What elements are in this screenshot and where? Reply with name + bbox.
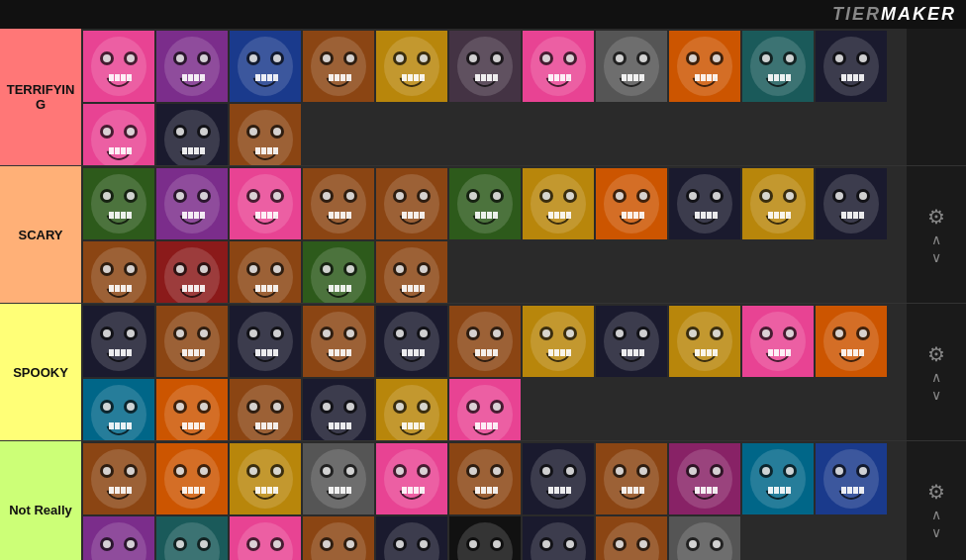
tier-controls-terrifying bbox=[907, 29, 966, 165]
animatronic-item[interactable] bbox=[156, 104, 228, 165]
tier-items-spooky bbox=[81, 304, 907, 440]
animatronic-item[interactable] bbox=[449, 443, 521, 514]
animatronic-item[interactable] bbox=[816, 443, 887, 514]
animatronic-item[interactable] bbox=[669, 443, 740, 514]
tier-row-scary: SCARY⚙∧∨ bbox=[0, 166, 966, 304]
tier-maker-app: TIERMAKER TERRIFYINGSCARY⚙∧∨SPOOKY⚙∧∨Not… bbox=[0, 0, 966, 560]
animatronic-item[interactable] bbox=[376, 516, 447, 560]
animatronic-item[interactable] bbox=[303, 443, 374, 514]
animatronic-item[interactable] bbox=[376, 306, 447, 377]
animatronic-item[interactable] bbox=[669, 306, 740, 377]
animatronic-item[interactable] bbox=[376, 241, 447, 303]
animatronic-item[interactable] bbox=[449, 168, 521, 239]
animatronic-item[interactable] bbox=[83, 168, 154, 239]
move-tier-down-button[interactable]: ∨ bbox=[931, 250, 941, 264]
animatronic-item[interactable] bbox=[376, 443, 447, 514]
tier-items-scary bbox=[81, 166, 907, 303]
tier-label-terrifying: TERRIFYING bbox=[0, 29, 81, 165]
animatronic-item[interactable] bbox=[303, 31, 374, 102]
tier-label-scary: SCARY bbox=[0, 166, 81, 303]
animatronic-item[interactable] bbox=[230, 516, 301, 560]
logo-text: TIER bbox=[832, 4, 881, 24]
animatronic-item[interactable] bbox=[230, 104, 301, 165]
animatronic-item[interactable] bbox=[742, 443, 814, 514]
animatronic-item[interactable] bbox=[83, 241, 154, 303]
animatronic-item[interactable] bbox=[230, 443, 301, 514]
site-logo: TIERMAKER bbox=[832, 4, 956, 25]
animatronic-item[interactable] bbox=[156, 306, 228, 377]
animatronic-item[interactable] bbox=[303, 379, 374, 440]
animatronic-item[interactable] bbox=[742, 306, 814, 377]
animatronic-item[interactable] bbox=[303, 516, 374, 560]
animatronic-item[interactable] bbox=[596, 443, 667, 514]
tier-row-spooky: SPOOKY⚙∧∨ bbox=[0, 304, 966, 441]
tier-controls-not-really: ⚙∧∨ bbox=[907, 441, 966, 560]
animatronic-item[interactable] bbox=[742, 31, 814, 102]
header: TIERMAKER bbox=[0, 0, 966, 29]
animatronic-item[interactable] bbox=[596, 31, 667, 102]
animatronic-item[interactable] bbox=[523, 516, 594, 560]
animatronic-item[interactable] bbox=[523, 306, 594, 377]
animatronic-item[interactable] bbox=[523, 443, 594, 514]
animatronic-item[interactable] bbox=[230, 168, 301, 239]
animatronic-item[interactable] bbox=[669, 168, 740, 239]
tier-label-spooky: SPOOKY bbox=[0, 304, 81, 440]
animatronic-item[interactable] bbox=[156, 168, 228, 239]
animatronic-item[interactable] bbox=[83, 306, 154, 377]
move-tier-down-button[interactable]: ∨ bbox=[931, 388, 941, 402]
tier-row-not-really: Not Really⚙∧∨ bbox=[0, 441, 966, 560]
move-tier-up-button[interactable]: ∧ bbox=[931, 370, 941, 384]
animatronic-item[interactable] bbox=[816, 306, 887, 377]
animatronic-item[interactable] bbox=[83, 516, 154, 560]
tier-row-terrifying: TERRIFYING bbox=[0, 29, 966, 166]
animatronic-item[interactable] bbox=[449, 31, 521, 102]
animatronic-item[interactable] bbox=[669, 516, 740, 560]
animatronic-item[interactable] bbox=[523, 31, 594, 102]
animatronic-item[interactable] bbox=[449, 306, 521, 377]
tier-items-not-really bbox=[81, 441, 907, 560]
animatronic-item[interactable] bbox=[156, 379, 228, 440]
move-tier-up-button[interactable]: ∧ bbox=[931, 233, 941, 246]
gear-icon[interactable]: ⚙ bbox=[927, 480, 945, 504]
tiers-container: TERRIFYINGSCARY⚙∧∨SPOOKY⚙∧∨Not Really⚙∧∨… bbox=[0, 29, 966, 560]
animatronic-item[interactable] bbox=[376, 379, 447, 440]
gear-icon[interactable]: ⚙ bbox=[927, 205, 945, 229]
animatronic-item[interactable] bbox=[449, 379, 521, 440]
animatronic-item[interactable] bbox=[156, 443, 228, 514]
tier-controls-spooky: ⚙∧∨ bbox=[907, 304, 966, 440]
animatronic-item[interactable] bbox=[376, 168, 447, 239]
animatronic-item[interactable] bbox=[303, 168, 374, 239]
animatronic-item[interactable] bbox=[303, 241, 374, 303]
animatronic-item[interactable] bbox=[230, 306, 301, 377]
logo-text-2: MAKER bbox=[881, 4, 956, 24]
animatronic-item[interactable] bbox=[669, 31, 740, 102]
move-tier-up-button[interactable]: ∧ bbox=[931, 508, 941, 521]
animatronic-item[interactable] bbox=[816, 31, 887, 102]
animatronic-item[interactable] bbox=[449, 516, 521, 560]
animatronic-item[interactable] bbox=[596, 516, 667, 560]
animatronic-item[interactable] bbox=[156, 31, 228, 102]
animatronic-item[interactable] bbox=[230, 31, 301, 102]
animatronic-item[interactable] bbox=[742, 168, 814, 239]
animatronic-item[interactable] bbox=[816, 168, 887, 239]
animatronic-item[interactable] bbox=[376, 31, 447, 102]
animatronic-item[interactable] bbox=[230, 379, 301, 440]
animatronic-item[interactable] bbox=[303, 306, 374, 377]
animatronic-item[interactable] bbox=[83, 31, 154, 102]
animatronic-item[interactable] bbox=[83, 443, 154, 514]
tier-items-terrifying bbox=[81, 29, 907, 165]
tier-label-not-really: Not Really bbox=[0, 441, 81, 560]
animatronic-item[interactable] bbox=[596, 168, 667, 239]
move-tier-down-button[interactable]: ∨ bbox=[931, 525, 941, 539]
animatronic-item[interactable] bbox=[156, 516, 228, 560]
animatronic-item[interactable] bbox=[230, 241, 301, 303]
animatronic-item[interactable] bbox=[596, 306, 667, 377]
animatronic-item[interactable] bbox=[156, 241, 228, 303]
animatronic-item[interactable] bbox=[523, 168, 594, 239]
animatronic-item[interactable] bbox=[83, 104, 154, 165]
gear-icon[interactable]: ⚙ bbox=[927, 342, 945, 366]
tier-controls-scary: ⚙∧∨ bbox=[907, 166, 966, 303]
animatronic-item[interactable] bbox=[83, 379, 154, 440]
